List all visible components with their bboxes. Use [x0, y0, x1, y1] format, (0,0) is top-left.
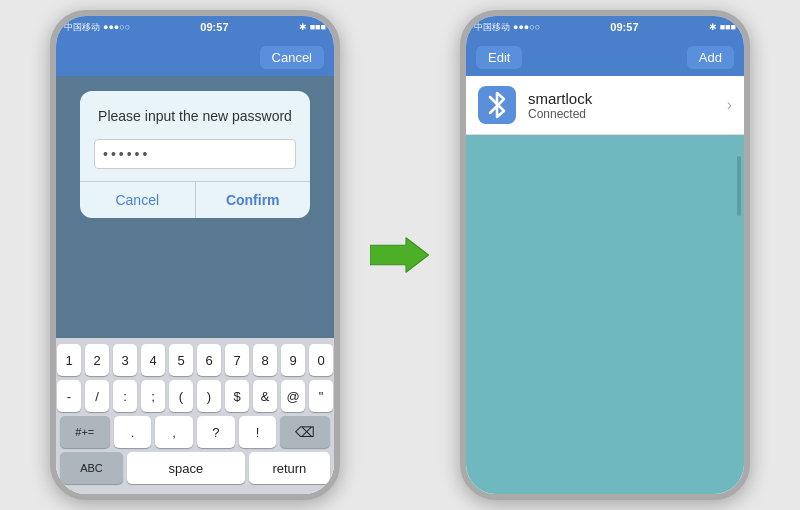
key-at[interactable]: @ [281, 380, 305, 412]
phone1: 中国移动 ●●●○○ 09:57 ✱ ■■■ Cancel Please inp… [50, 10, 340, 500]
key-exclaim[interactable]: ! [239, 416, 277, 448]
forward-arrow-icon [370, 235, 430, 275]
key-row-1: 1 2 3 4 5 6 7 8 9 0 [60, 344, 330, 376]
arrow-container [370, 235, 430, 275]
key-6[interactable]: 6 [197, 344, 221, 376]
key-1[interactable]: 1 [57, 344, 81, 376]
key-semicolon[interactable]: ; [141, 380, 165, 412]
phone1-body: Please input the new password Cancel Con… [56, 76, 334, 338]
key-0[interactable]: 0 [309, 344, 333, 376]
key-period[interactable]: . [114, 416, 152, 448]
key-colon[interactable]: : [113, 380, 137, 412]
phone2-time: 09:57 [610, 21, 638, 33]
carrier1: 中国移动 [64, 21, 100, 34]
phone1-nav: Cancel [56, 38, 334, 76]
key-slash[interactable]: / [85, 380, 109, 412]
carrier2: 中国移动 [474, 21, 510, 34]
battery2: ■■■ [720, 22, 736, 32]
device-status: Connected [528, 107, 727, 121]
phone1-status-bar: 中国移动 ●●●○○ 09:57 ✱ ■■■ [56, 16, 334, 38]
phone2-status-right: ✱ ■■■ [709, 22, 736, 32]
device-name: smartlock [528, 90, 727, 107]
scroll-indicator [737, 156, 741, 216]
dialog-title: Please input the new password [94, 107, 296, 127]
dialog-cancel-button[interactable]: Cancel [80, 182, 196, 218]
key-quote[interactable]: " [309, 380, 333, 412]
bluetooth-icon [486, 91, 508, 119]
add-button[interactable]: Add [687, 46, 734, 69]
chevron-right-icon: › [727, 96, 732, 114]
key-return[interactable]: return [249, 452, 330, 484]
key-row-2: - / : ; ( ) $ & @ " [60, 380, 330, 412]
key-symbols[interactable]: #+= [60, 416, 110, 448]
edit-button[interactable]: Edit [476, 46, 522, 69]
keyboard: 1 2 3 4 5 6 7 8 9 0 - / : ; ( ) $ & @ [56, 338, 334, 494]
bluetooth1: ✱ [299, 22, 307, 32]
key-row-3: #+= . , ? ! ⌫ [60, 416, 330, 448]
phone2-status-left: 中国移动 ●●●○○ [474, 21, 540, 34]
signal2: ●●●○○ [513, 22, 540, 32]
phone2-nav: Edit Add [466, 38, 744, 76]
key-5[interactable]: 5 [169, 344, 193, 376]
dialog-buttons: Cancel Confirm [80, 181, 310, 218]
phone1-status-left: 中国移动 ●●●○○ [64, 21, 130, 34]
battery1: ■■■ [310, 22, 326, 32]
password-input[interactable] [94, 139, 296, 169]
key-dash[interactable]: - [57, 380, 81, 412]
key-comma[interactable]: , [155, 416, 193, 448]
key-row-4: ABC space return [60, 452, 330, 484]
device-icon [478, 86, 516, 124]
dialog-confirm-button[interactable]: Confirm [196, 182, 311, 218]
device-list-item[interactable]: smartlock Connected › [466, 76, 744, 135]
phone1-status-right: ✱ ■■■ [299, 22, 326, 32]
scene: 中国移动 ●●●○○ 09:57 ✱ ■■■ Cancel Please inp… [0, 0, 800, 510]
phone2: 中国移动 ●●●○○ 09:57 ✱ ■■■ Edit Add smar [460, 10, 750, 500]
key-8[interactable]: 8 [253, 344, 277, 376]
phone1-time: 09:57 [200, 21, 228, 33]
password-dialog: Please input the new password Cancel Con… [80, 91, 310, 218]
phone2-status-bar: 中国移动 ●●●○○ 09:57 ✱ ■■■ [466, 16, 744, 38]
key-4[interactable]: 4 [141, 344, 165, 376]
key-question[interactable]: ? [197, 416, 235, 448]
device-info: smartlock Connected [528, 90, 727, 121]
key-space[interactable]: space [127, 452, 245, 484]
key-3[interactable]: 3 [113, 344, 137, 376]
key-lparen[interactable]: ( [169, 380, 193, 412]
key-7[interactable]: 7 [225, 344, 249, 376]
key-dollar[interactable]: $ [225, 380, 249, 412]
key-9[interactable]: 9 [281, 344, 305, 376]
dialog-overlay: Please input the new password Cancel Con… [56, 76, 334, 338]
cancel-nav-button[interactable]: Cancel [260, 46, 324, 69]
key-amp[interactable]: & [253, 380, 277, 412]
bluetooth2: ✱ [709, 22, 717, 32]
key-abc[interactable]: ABC [60, 452, 123, 484]
signal1: ●●●○○ [103, 22, 130, 32]
delete-key[interactable]: ⌫ [280, 416, 330, 448]
svg-marker-0 [370, 238, 429, 273]
key-rparen[interactable]: ) [197, 380, 221, 412]
key-2[interactable]: 2 [85, 344, 109, 376]
phone2-body: smartlock Connected › [466, 76, 744, 494]
